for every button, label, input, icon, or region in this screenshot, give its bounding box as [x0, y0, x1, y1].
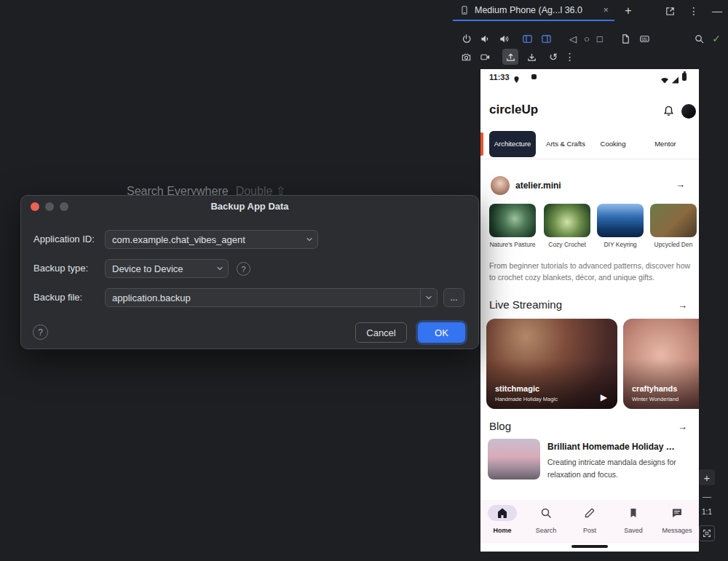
play-icon[interactable]: ▶ — [601, 392, 607, 402]
close-tab-icon[interactable]: × — [603, 4, 609, 15]
nav-label: Search — [524, 527, 568, 534]
chevron-down-icon — [301, 231, 317, 248]
gallery-image — [544, 204, 590, 237]
power-button[interactable] — [460, 33, 472, 44]
pencil-icon — [583, 506, 596, 520]
gallery-item[interactable]: Cozy Crochet — [544, 204, 590, 248]
application-id-value: com.example.chat_vibes_agent — [106, 234, 301, 245]
overview-button[interactable]: □ — [597, 34, 603, 44]
zoom-in-button[interactable]: + — [699, 469, 715, 485]
upload-backup-button[interactable] — [502, 49, 518, 65]
gallery-caption: Cozy Crochet — [544, 241, 590, 248]
emulator-toolbar-row1: ◁ ○ □ ✓ — [460, 31, 721, 47]
gallery-caption: Nature's Pasture — [489, 241, 536, 248]
blog-arrow-icon[interactable]: → — [678, 421, 687, 432]
stream-card[interactable]: stitchmagic Handmade Holiday Magic ▶ — [486, 319, 617, 409]
profile-avatar[interactable] — [681, 104, 696, 119]
nav-item-post[interactable]: Post — [568, 500, 612, 544]
profile-name[interactable]: atelier.mini — [515, 180, 561, 191]
home-button[interactable]: ○ — [584, 34, 590, 44]
download-backup-button[interactable] — [526, 51, 537, 63]
device-screen[interactable]: 11:33 circleUp Architecture Arts — [480, 69, 699, 552]
back-button[interactable]: ◁ — [569, 34, 577, 44]
gallery-item[interactable]: Upcycled Den — [650, 204, 697, 248]
blog-post-title[interactable]: Brilliant Homemade Holiday … — [547, 442, 693, 452]
blog-thumbnail[interactable] — [488, 439, 540, 480]
dialog-title: Backup App Data — [21, 201, 478, 212]
tab-mentor[interactable]: Mentor — [646, 131, 684, 157]
nav-item-home[interactable]: Home — [480, 500, 524, 544]
browse-file-button[interactable]: ... — [443, 288, 464, 307]
fold-right-button[interactable] — [540, 33, 552, 44]
backup-type-combobox[interactable]: Device to Device — [105, 259, 229, 278]
tab-architecture[interactable]: Architecture — [489, 131, 536, 157]
chevron-down-icon — [212, 260, 228, 277]
nav-label: Home — [480, 527, 524, 534]
tab-arts-crafts[interactable]: Arts & Crafts — [545, 131, 587, 157]
dialog-help-icon[interactable]: ? — [33, 325, 48, 340]
fold-left-button[interactable] — [521, 33, 533, 44]
gesture-handle[interactable] — [571, 545, 608, 548]
backup-file-label: Backup file: — [33, 288, 82, 307]
cancel-button[interactable]: Cancel — [355, 322, 407, 343]
emulator-toolbar-row2: ↺ ⋮ — [460, 48, 575, 65]
reset-button[interactable]: ↺ — [549, 52, 558, 62]
search-magnifier-icon[interactable] — [693, 33, 705, 44]
backup-type-label: Backup type: — [33, 259, 88, 278]
gallery-caption: DIY Keyring — [597, 241, 644, 248]
nav-label: Post — [568, 527, 612, 534]
notifications-bell-icon[interactable] — [662, 105, 675, 120]
stream-name: craftyhands — [632, 384, 677, 393]
live-streaming-arrow-icon[interactable]: → — [678, 300, 687, 311]
gallery-item[interactable]: Nature's Pasture — [489, 204, 536, 248]
profile-arrow-icon[interactable]: → — [676, 179, 685, 190]
atelier-avatar[interactable] — [491, 176, 510, 195]
backup-file-combobox[interactable]: application.backup — [105, 288, 438, 307]
volume-down-button[interactable] — [479, 33, 491, 44]
device-ready-check-icon: ✓ — [712, 33, 721, 44]
volume-up-button[interactable] — [498, 33, 510, 44]
device-tab-title: Medium Phone (Ag...l 36.0 — [475, 5, 582, 15]
ide-window: Search EverywhereDouble ⇧ Backup App Dat… — [0, 0, 728, 561]
stream-subtitle: Winter Wonderland — [632, 396, 678, 402]
zoom-reset-button[interactable]: 1:1 — [697, 508, 716, 516]
nav-item-messages[interactable]: Messages — [655, 500, 699, 544]
zoom-out-button[interactable]: — — [699, 492, 715, 502]
backup-file-value: application.backup — [106, 293, 420, 303]
blog-post-excerpt: Creating intricate mandala designs for r… — [547, 456, 684, 481]
zoom-to-fit-button[interactable] — [699, 525, 715, 541]
wifi-icon — [660, 73, 669, 87]
stream-card[interactable]: craftyhands Winter Wonderland — [623, 319, 699, 409]
nav-item-saved[interactable]: Saved — [612, 500, 655, 544]
ok-button[interactable]: OK — [418, 322, 465, 343]
new-tab-button[interactable]: + — [619, 0, 638, 22]
gallery-caption: Upcycled Den — [650, 241, 697, 248]
tab-accent-bar — [480, 132, 483, 156]
application-id-label: Application ID: — [33, 230, 95, 249]
screen-record-button[interactable] — [479, 51, 491, 63]
backup-app-data-dialog: Backup App Data Application ID: com.exam… — [20, 195, 479, 349]
chevron-down-icon[interactable] — [420, 289, 437, 306]
search-icon — [539, 506, 553, 520]
camera-button[interactable] — [460, 51, 472, 63]
backup-type-help-icon[interactable]: ? — [237, 262, 250, 276]
toolbar-more-icon[interactable]: ⋮ — [565, 52, 575, 62]
tab-cooking[interactable]: Cooking — [593, 131, 633, 157]
open-in-window-icon[interactable] — [664, 5, 676, 17]
bookmark-icon — [627, 506, 640, 520]
running-devices-panel: Medium Phone (Ag...l 36.0 × + ⋮ — — [451, 0, 728, 561]
phone-device-icon — [459, 4, 470, 16]
application-id-combobox[interactable]: com.example.chat_vibes_agent — [105, 230, 318, 249]
stream-subtitle: Handmade Holiday Magic — [495, 396, 558, 402]
category-tabs: Architecture Arts & Crafts Cooking Mento… — [480, 130, 699, 159]
keyboard-input-button[interactable] — [639, 33, 651, 44]
nav-label: Saved — [612, 527, 655, 534]
more-options-icon[interactable]: ⋮ — [689, 6, 699, 16]
minimize-panel-icon[interactable]: — — [712, 6, 722, 16]
gallery-item[interactable]: DIY Keyring — [597, 204, 644, 248]
blog-heading: Blog — [489, 420, 511, 432]
nav-item-search[interactable]: Search — [524, 500, 568, 544]
app-title: circleUp — [489, 103, 538, 117]
device-tab[interactable]: Medium Phone (Ag...l 36.0 × — [453, 0, 614, 21]
screenshot-button[interactable] — [620, 33, 632, 44]
